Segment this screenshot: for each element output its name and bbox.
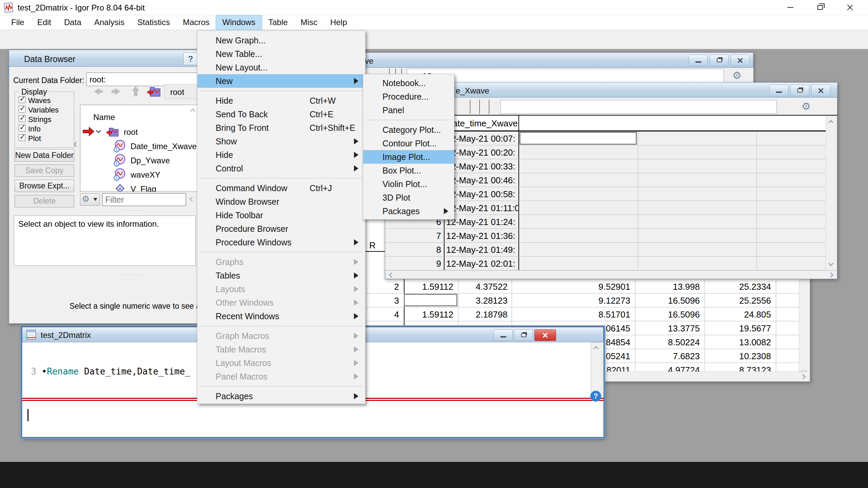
help-button[interactable]: ?: [183, 53, 198, 65]
menu-item-control[interactable]: Control: [197, 162, 365, 175]
command-vscrollbar[interactable]: [591, 342, 602, 398]
front-close-button[interactable]: [811, 85, 830, 96]
menu-item-hide-submenu[interactable]: Hide: [197, 148, 365, 162]
nav-up-icon[interactable]: [130, 85, 141, 98]
menu-item-graph-macros[interactable]: Graph Macros: [197, 329, 365, 343]
menu-separator: [197, 323, 365, 329]
submenu-item-notebook[interactable]: Notebook...: [363, 76, 454, 90]
menu-item-bring-to-front[interactable]: Bring To FrontCtrl+Shift+E: [197, 121, 365, 135]
menu-item-window-browser[interactable]: Window Browser: [197, 195, 365, 208]
menu-item-procedure-windows[interactable]: Procedure Windows: [197, 236, 365, 249]
variable-icon: #: [114, 183, 126, 192]
menu-item-hide[interactable]: HideCtrl+W: [197, 94, 365, 107]
new-data-folder-button[interactable]: New Data Folder: [15, 149, 74, 162]
submenu-item-panel[interactable]: Panel: [363, 103, 454, 117]
menu-file[interactable]: File: [5, 15, 31, 29]
submenu-item-category-plot[interactable]: Category Plot...: [363, 123, 454, 137]
menu-item-other-windows[interactable]: Other Windows: [197, 296, 365, 309]
tree-scroll-up-icon[interactable]: [190, 108, 196, 114]
menu-item-procedure-browser[interactable]: Procedure Browser: [197, 222, 365, 236]
menu-item-recent-windows[interactable]: Recent Windows: [197, 309, 365, 323]
delete-button[interactable]: Delete: [15, 195, 74, 207]
submenu-item-packages[interactable]: Packages: [363, 204, 454, 218]
menu-item-graphs[interactable]: Graphs: [197, 255, 365, 269]
cmd-restore-button[interactable]: [514, 329, 533, 341]
back-minimize-button[interactable]: [689, 55, 708, 66]
folder-path-dropdown[interactable]: root: [164, 84, 199, 99]
menu-item-command-window[interactable]: Command WindowCtrl+J: [197, 181, 365, 195]
front-minimize-button[interactable]: [769, 85, 788, 96]
tree-item-root[interactable]: root: [80, 125, 199, 139]
menu-item-layouts[interactable]: Layouts: [197, 282, 365, 296]
back-table-gear-icon[interactable]: ⚙: [732, 70, 742, 81]
browse-expt-button[interactable]: Browse Expt...: [15, 180, 74, 192]
menu-item-new-graph[interactable]: New Graph...: [197, 34, 365, 47]
tree-item-wave[interactable]: 1 Date_time_Xwave: [80, 139, 199, 153]
back-close-button[interactable]: [731, 55, 750, 66]
nav-back-icon[interactable]: [90, 86, 105, 97]
tree-item-wave[interactable]: 1 Dp_Ywave: [80, 153, 199, 167]
table-row[interactable]: 7 12-May-21 01:36:: [385, 229, 826, 243]
splitter-grip[interactable]: ········: [121, 207, 145, 214]
tree-item-wave[interactable]: 2 waveXY: [80, 167, 199, 182]
menu-macros[interactable]: Macros: [176, 15, 216, 29]
submenu-item-3d-plot[interactable]: 3D Plot: [363, 191, 454, 204]
table-row[interactable]: 9 12-May-21 02:01:: [385, 257, 826, 270]
back-table-cell-input[interactable]: 10: [407, 69, 724, 83]
submenu-item-image-plot[interactable]: Image Plot...: [363, 150, 454, 164]
menu-item-new[interactable]: New: [197, 74, 365, 88]
splitter-grip[interactable]: ········: [121, 271, 145, 278]
menu-item-show[interactable]: Show: [197, 135, 365, 148]
filter-input[interactable]: [102, 193, 186, 206]
submenu-item-procedure[interactable]: Procedure...: [363, 90, 454, 103]
front-table-cell-input[interactable]: [500, 100, 777, 114]
data-browser-titlebar[interactable]: Data Browser ?: [9, 50, 199, 67]
menu-item-send-to-back[interactable]: Send To BackCtrl+E: [197, 107, 365, 121]
front-restore-button[interactable]: [790, 85, 809, 96]
menu-item-table-macros[interactable]: Table Macros: [197, 343, 365, 356]
command-input[interactable]: [23, 401, 602, 436]
submenu-item-box-plot[interactable]: Box Plot...: [363, 164, 454, 177]
submenu-item-violin-plot[interactable]: Violin Plot...: [363, 177, 454, 191]
menu-data[interactable]: Data: [58, 15, 88, 29]
tree-name-header: Name: [93, 113, 115, 122]
menu-analysis[interactable]: Analysis: [88, 15, 131, 29]
command-help-button[interactable]: ?: [590, 391, 601, 402]
save-copy-button[interactable]: Save Copy: [15, 164, 74, 177]
checkbox-plot[interactable]: Plot: [19, 134, 41, 143]
menu-item-panel-macros[interactable]: Panel Macros: [197, 370, 365, 383]
back-restore-button[interactable]: [710, 55, 729, 66]
nav-forward-icon[interactable]: [110, 86, 124, 97]
tree-expand-icon[interactable]: [96, 128, 101, 134]
minimize-button[interactable]: [775, 0, 805, 15]
front-hscrollbar[interactable]: [385, 270, 837, 279]
menu-item-packages[interactable]: Packages: [197, 389, 365, 403]
restore-button[interactable]: [805, 0, 835, 15]
menu-item-hide-toolbar[interactable]: Hide Toolbar: [197, 208, 365, 222]
selected-cell[interactable]: [404, 294, 457, 306]
table-row[interactable]: 8 12-May-21 01:49:: [385, 243, 826, 257]
menu-windows[interactable]: Windows: [216, 15, 262, 29]
cmd-minimize-button[interactable]: [494, 329, 513, 341]
menu-misc[interactable]: Misc: [294, 15, 324, 29]
cmd-close-button[interactable]: [534, 329, 556, 341]
filter-gear-button[interactable]: ⚙: [80, 194, 100, 206]
menu-item-new-layout[interactable]: New Layout...: [197, 61, 365, 74]
menu-item-tables[interactable]: Tables: [197, 269, 365, 282]
column-header[interactable]: Date_time_Xwave: [446, 118, 517, 129]
menu-edit[interactable]: Edit: [31, 15, 58, 29]
tree-item-variable[interactable]: # V_Flag: [80, 182, 199, 192]
filter-scroll-icon[interactable]: [190, 197, 195, 202]
menu-item-new-table[interactable]: New Table...: [197, 47, 365, 61]
menu-help[interactable]: Help: [324, 15, 353, 29]
front-table-gear-icon[interactable]: ⚙: [802, 101, 811, 111]
menu-item-layout-macros[interactable]: Layout Macros: [197, 356, 365, 370]
app-titlebar: test_2Dmatrix - Igor Pro 8.04 64-bit: [0, 0, 868, 15]
menu-table[interactable]: Table: [262, 15, 294, 29]
selected-cell[interactable]: [519, 132, 637, 145]
pane-collapse-icon[interactable]: [74, 142, 79, 147]
submenu-item-contour-plot[interactable]: Contour Plot...: [363, 137, 454, 150]
front-vscrollbar[interactable]: [826, 116, 837, 270]
close-button[interactable]: [835, 0, 865, 15]
menu-statistics[interactable]: Statistics: [131, 15, 176, 29]
